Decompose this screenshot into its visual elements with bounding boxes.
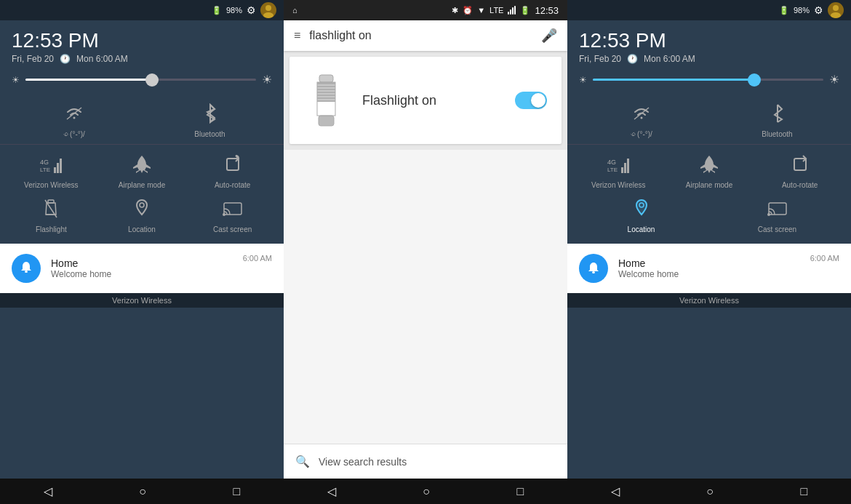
right-back-btn[interactable]: ◁	[611, 484, 620, 498]
right-cast-label: Cast screen	[758, 225, 796, 233]
left-home-btn[interactable]: ○	[139, 485, 146, 498]
right-status-bar: 🔋 98% ⚙	[567, 0, 851, 20]
left-airplane-label: Airplane mode	[119, 181, 165, 189]
left-carrier-bar: Verizon Wireless	[0, 293, 284, 308]
right-4g-label: Verizon Wireless	[591, 181, 645, 189]
svg-rect-29	[317, 100, 335, 102]
left-brightness-high-icon: ☀	[262, 73, 272, 87]
svg-rect-26	[317, 96, 335, 97]
right-brightness-low-icon: ☀	[579, 75, 587, 85]
left-clock-icon: 🕐	[60, 54, 71, 64]
search-bottom-bar[interactable]: 🔍 View search results	[284, 444, 567, 479]
left-bluetooth-icon	[196, 100, 224, 127]
left-notif-title: Home	[51, 257, 233, 269]
left-notif-icon	[12, 254, 41, 283]
right-avatar[interactable]	[828, 2, 844, 18]
svg-rect-5	[54, 167, 56, 173]
mic-icon[interactable]: 🎤	[541, 28, 557, 44]
svg-rect-6	[57, 163, 59, 173]
right-toggle-wifi[interactable]: ꩜(°-°)/	[609, 100, 674, 138]
left-wifi-label: ꩜(°-°)/	[63, 130, 85, 138]
svg-rect-45	[592, 271, 595, 273]
center-search-bar[interactable]: ≡ flashlight on 🎤	[284, 20, 567, 51]
right-cast-icon	[764, 195, 791, 223]
left-toggle-flashlight[interactable]: Flashlight	[18, 195, 84, 233]
left-notif-time: 6:00 AM	[243, 254, 272, 263]
right-gear-icon[interactable]: ⚙	[814, 4, 823, 16]
left-recents-btn[interactable]: □	[233, 485, 241, 498]
left-toggle-location[interactable]: Location	[109, 195, 175, 233]
left-gear-icon[interactable]: ⚙	[247, 4, 256, 16]
center-signal-icon: ▼	[477, 6, 485, 15]
left-brightness-slider[interactable]	[25, 79, 256, 81]
left-toggle-bluetooth[interactable]: Bluetooth	[177, 100, 243, 138]
left-flashlight-label: Flashlight	[36, 225, 67, 233]
right-status-icons: 🔋 98% ⚙	[779, 2, 844, 18]
hamburger-icon[interactable]: ≡	[294, 29, 300, 42]
right-toggle-airplane[interactable]: Airplane mode	[676, 151, 742, 189]
search-query-text[interactable]: flashlight on	[309, 29, 532, 42]
right-brightness-slider[interactable]	[593, 79, 823, 81]
center-status-left-icons: ⌂	[292, 6, 297, 15]
right-recents-btn[interactable]: □	[801, 485, 808, 498]
right-wifi-label: ꩜(°-°)/	[630, 130, 652, 138]
left-avatar[interactable]	[260, 2, 276, 18]
svg-rect-22	[317, 90, 335, 92]
center-recents-btn[interactable]: □	[517, 485, 524, 498]
svg-rect-39	[624, 163, 626, 173]
right-notification-card[interactable]: Home Welcome home 6:00 AM	[567, 244, 851, 293]
center-alarm-icon: ⏰	[463, 6, 473, 15]
right-toggle-row3: Location Cast screen	[567, 192, 851, 236]
right-airplane-icon	[695, 151, 723, 178]
right-carrier-bar: Verizon Wireless	[567, 293, 851, 308]
left-toggles-section: ꩜(°-°)/ Bluetooth 4G LTE	[0, 89, 284, 244]
right-brightness-high-icon: ☀	[829, 73, 839, 87]
center-battery-icon: 🔋	[520, 6, 530, 15]
right-time: 12:53 PM	[579, 29, 839, 52]
right-date-alarm: Fri, Feb 20 🕐 Mon 6:00 AM	[579, 54, 839, 64]
svg-rect-18	[317, 84, 335, 86]
left-toggle-autorotate[interactable]: Auto-rotate	[200, 151, 265, 189]
right-brightness-row: ☀ ☀	[567, 70, 851, 89]
left-notification-card[interactable]: Home Welcome home 6:00 AM	[0, 244, 284, 293]
right-notif-icon	[579, 254, 608, 283]
svg-point-0	[265, 5, 271, 11]
left-toggle-airplane[interactable]: Airplane mode	[109, 151, 175, 189]
svg-text:4G: 4G	[607, 159, 616, 166]
right-toggle-cast[interactable]: Cast screen	[745, 195, 810, 233]
left-status-bar: 🔋 98% ⚙	[0, 0, 284, 20]
left-location-label: Location	[128, 225, 156, 233]
right-wifi-icon	[628, 100, 655, 127]
left-date: Fri, Feb 20	[12, 54, 54, 64]
left-back-btn[interactable]: ◁	[44, 484, 52, 498]
center-lte-label: LTE	[490, 6, 503, 15]
right-toggle-bluetooth[interactable]: Bluetooth	[745, 100, 810, 138]
right-clock-icon: 🕐	[627, 54, 638, 64]
svg-rect-28	[317, 99, 335, 100]
center-time: 12:53	[535, 5, 559, 16]
left-toggle-4g[interactable]: 4G LTE Verizon Wireless	[18, 151, 84, 189]
left-cast-label: Cast screen	[213, 225, 252, 233]
svg-rect-16	[319, 75, 333, 82]
left-brightness-low-icon: ☀	[12, 75, 20, 85]
right-toggle-location[interactable]: Location	[609, 195, 674, 233]
left-flashlight-icon	[37, 195, 65, 223]
center-home-btn[interactable]: ○	[423, 485, 430, 498]
left-toggle-cast[interactable]: Cast screen	[200, 195, 265, 233]
svg-rect-24	[317, 93, 335, 95]
center-status-bar: ⌂ ✱ ⏰ ▼ LTE 🔋 12:53	[284, 0, 567, 20]
flashlight-toggle[interactable]	[515, 92, 547, 109]
left-4g-icon: 4G LTE	[37, 151, 65, 178]
right-time-display: 12:53 PM Fri, Feb 20 🕐 Mon 6:00 AM	[567, 20, 851, 70]
right-home-btn[interactable]: ○	[706, 485, 714, 498]
left-phone-panel: 🔋 98% ⚙ 12:53 PM Fri, Feb 20 🕐 Mon 6:00 …	[0, 0, 284, 504]
left-toggle-row1: ꩜(°-°)/ Bluetooth	[0, 97, 284, 141]
center-back-btn[interactable]: ◁	[327, 484, 336, 498]
left-4g-label: Verizon Wireless	[24, 181, 78, 189]
right-toggle-4g[interactable]: 4G LTE Verizon Wireless	[586, 151, 651, 189]
left-autorotate-label: Auto-rotate	[215, 181, 250, 189]
left-toggle-wifi[interactable]: ꩜(°-°)/	[41, 100, 107, 138]
left-time: 12:53 PM	[12, 29, 272, 52]
right-toggle-autorotate[interactable]: Auto-rotate	[767, 151, 833, 189]
left-battery-text: 98%	[226, 6, 242, 15]
